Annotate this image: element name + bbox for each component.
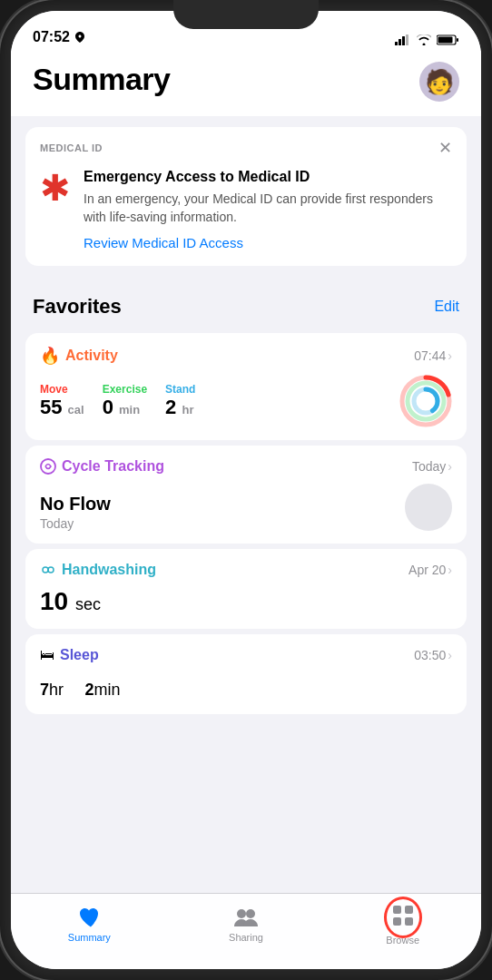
notch: [173, 0, 319, 29]
activity-content: Move 55 cal Exercise 0 min: [40, 375, 452, 427]
header: Summary 🧑: [11, 51, 481, 116]
move-label: Move: [40, 383, 84, 396]
activity-title: Activity: [65, 348, 118, 364]
sleep-title: Sleep: [60, 647, 99, 663]
browse-highlight: [391, 904, 415, 931]
cycle-chevron-icon: ›: [448, 459, 452, 474]
close-medical-id-button[interactable]: ✕: [438, 138, 452, 158]
activity-flame-icon: 🔥: [40, 346, 60, 366]
signal-icon: [395, 34, 411, 45]
svg-rect-3: [406, 34, 408, 45]
move-value: 55 cal: [40, 396, 84, 419]
browse-ring: [384, 897, 422, 938]
medical-id-header: MEDICAL ID ✕: [25, 127, 467, 165]
cycle-status: No Flow: [40, 494, 111, 514]
phone-frame: 07:52: [0, 0, 492, 980]
cycle-icon: [40, 458, 56, 475]
handwashing-card-header: Handwashing Apr 20 ›: [40, 562, 452, 578]
activity-chevron-icon: ›: [448, 348, 452, 363]
svg-point-13: [41, 459, 55, 474]
cycle-title: Cycle Tracking: [62, 458, 164, 475]
stand-stat: Stand 2 hr: [165, 383, 195, 419]
tab-summary[interactable]: Summary: [11, 894, 168, 947]
medical-id-card: MEDICAL ID ✕ ✱ Emergency Access to Medic…: [25, 127, 467, 266]
wifi-icon: [417, 34, 431, 45]
scroll-area[interactable]: Summary 🧑 MEDICAL ID ✕ ✱ Emergency Acces…: [11, 51, 481, 893]
cycle-time: Today ›: [412, 459, 452, 474]
svg-rect-5: [457, 38, 458, 42]
medical-asterisk-icon: ✱: [40, 171, 71, 207]
svg-rect-0: [395, 42, 398, 45]
svg-point-18: [246, 909, 255, 918]
tab-sharing[interactable]: Sharing: [168, 894, 325, 947]
cycle-dot-area: [405, 484, 452, 531]
cycle-tracking-card[interactable]: Cycle Tracking Today › No Flow Today: [25, 446, 467, 544]
location-icon: [75, 32, 84, 43]
sharing-tab-label: Sharing: [229, 932, 263, 943]
handwashing-value: 10 sec: [40, 587, 452, 616]
review-medical-id-link[interactable]: Review Medical ID Access: [84, 235, 243, 250]
handwashing-unit: sec: [75, 595, 101, 613]
avatar[interactable]: 🧑: [419, 62, 459, 102]
sleep-hours-unit: hr: [49, 681, 64, 699]
sleep-card-header: 🛏 Sleep 03:50 ›: [40, 647, 452, 663]
svg-point-15: [48, 567, 54, 573]
exercise-unit: min: [119, 403, 140, 416]
handwashing-title: Handwashing: [62, 562, 156, 578]
sleep-minutes-unit: min: [93, 681, 120, 699]
favorites-title: Favorites: [33, 295, 122, 318]
activity-time: 07:44 ›: [414, 348, 452, 363]
sleep-icon: 🛏: [40, 647, 54, 663]
tab-browse[interactable]: Browse: [324, 894, 481, 947]
svg-rect-2: [402, 36, 405, 45]
sleep-value: 7hr 2min: [40, 672, 452, 701]
handwashing-title-row: Handwashing: [40, 562, 156, 578]
sleep-time: 03:50 ›: [414, 648, 452, 662]
sharing-icon: [232, 906, 260, 928]
svg-point-17: [237, 909, 246, 918]
status-icons: [395, 34, 459, 45]
activity-rings-icon: [399, 375, 452, 427]
medical-id-text: Emergency Access to Medical ID In an eme…: [84, 169, 452, 251]
svg-rect-6: [438, 37, 453, 44]
stand-unit: hr: [182, 403, 193, 416]
exercise-label: Exercise: [103, 383, 147, 396]
activity-title-row: 🔥 Activity: [40, 346, 118, 366]
cycle-sub-label: Today: [40, 516, 111, 531]
handwashing-chevron-icon: ›: [448, 563, 452, 577]
cycle-tracking-card-header: Cycle Tracking Today ›: [40, 458, 452, 475]
move-unit: cal: [68, 403, 84, 416]
handwashing-icon: [40, 562, 56, 578]
handwashing-time: Apr 20 ›: [408, 563, 452, 577]
activity-card-header: 🔥 Activity 07:44 ›: [40, 346, 452, 366]
page-title: Summary: [33, 62, 170, 97]
heart-icon: [77, 906, 101, 928]
exercise-stat: Exercise 0 min: [103, 383, 147, 419]
battery-icon: [437, 34, 459, 45]
sleep-card[interactable]: 🛏 Sleep 03:50 › 7hr 2min: [25, 634, 467, 714]
edit-button[interactable]: Edit: [434, 299, 459, 315]
phone-screen: 07:52: [11, 11, 481, 969]
move-stat: Move 55 cal: [40, 383, 84, 419]
favorites-header: Favorites Edit: [11, 277, 481, 328]
medical-id-title: Emergency Access to Medical ID: [84, 169, 452, 185]
activity-card[interactable]: 🔥 Activity 07:44 › Move 55: [25, 333, 467, 440]
summary-tab-label: Summary: [68, 932, 111, 943]
stand-label: Stand: [165, 383, 195, 396]
svg-rect-1: [399, 39, 401, 45]
medical-id-description: In an emergency, your Medical ID can pro…: [84, 191, 452, 226]
exercise-value: 0 min: [103, 396, 147, 419]
stand-value: 2 hr: [165, 396, 195, 419]
status-time: 07:52: [33, 29, 84, 45]
cycle-content: No Flow Today: [40, 494, 111, 531]
tab-bar: Summary Sharing: [11, 893, 481, 969]
medical-id-label: MEDICAL ID: [40, 142, 103, 153]
activity-stats: Move 55 cal Exercise 0 min: [40, 383, 195, 419]
svg-point-14: [43, 567, 48, 573]
time-display: 07:52: [33, 29, 70, 45]
cycle-card-inner: No Flow Today: [40, 484, 452, 531]
sleep-chevron-icon: ›: [448, 648, 452, 662]
sleep-title-row: 🛏 Sleep: [40, 647, 99, 663]
cycle-title-row: Cycle Tracking: [40, 458, 164, 475]
handwashing-card[interactable]: Handwashing Apr 20 › 10 sec: [25, 549, 467, 629]
